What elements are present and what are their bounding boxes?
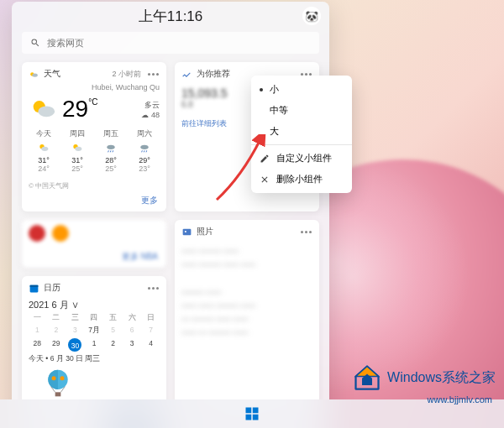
weather-widget[interactable]: 天气 2 小时前 Hubei, Wuchang Qu 29°C 多云 ☁ 48: [22, 62, 166, 211]
photos-icon: [181, 227, 192, 237]
svg-point-15: [52, 376, 56, 380]
clock: 上午11:16: [139, 7, 203, 26]
svg-point-8: [107, 145, 114, 149]
team-logo: [52, 225, 69, 242]
start-button[interactable]: [243, 405, 261, 423]
weather-location: Hubei, Wuchang Qu: [29, 83, 160, 91]
svg-point-3: [38, 106, 55, 117]
menu-small-label: 小: [270, 83, 279, 96]
calendar-month[interactable]: 2021 6 月 ∨: [22, 297, 166, 313]
bullet-icon: [260, 88, 263, 91]
sports-widget[interactable]: 更多 NBA: [22, 220, 166, 268]
svg-rect-21: [253, 408, 259, 414]
calendar-grid: 一二三四五六日 1237月567 2829301234: [22, 313, 166, 352]
svg-point-1: [32, 73, 38, 76]
menu-remove[interactable]: 删除小组件: [251, 169, 352, 190]
calendar-title: 日历: [44, 282, 60, 294]
menu-size-small[interactable]: 小: [251, 79, 352, 100]
svg-point-7: [75, 147, 81, 151]
balloon-icon: [44, 368, 72, 402]
widget-context-menu: 小 中等 大 自定义小组件 删除小组件: [251, 76, 352, 193]
svg-point-11: [185, 230, 186, 232]
team-logo: [29, 225, 45, 242]
svg-rect-13: [30, 284, 39, 286]
weather-source: © 中国天气网: [22, 178, 166, 191]
weather-unit: °C: [88, 97, 97, 123]
panel-header: 上午11:16 🐼: [12, 2, 329, 30]
photos-menu-button[interactable]: [299, 226, 312, 237]
close-icon: [260, 175, 270, 185]
calendar-menu-button[interactable]: [146, 282, 160, 294]
pencil-icon: [260, 154, 270, 164]
menu-customize-label: 自定义小组件: [276, 152, 332, 164]
widgets-panel: 上午11:16 🐼 天气 2 小时前 Hubei, Wuchang Qu 29°…: [12, 2, 329, 426]
svg-point-9: [140, 145, 148, 149]
chart-icon: [181, 69, 192, 80]
weather-menu-button[interactable]: [146, 68, 160, 80]
menu-size-medium[interactable]: 中等: [251, 100, 352, 121]
calendar-icon: [29, 283, 39, 294]
watermark-url: www.bjjmlv.com: [428, 394, 492, 405]
weather-temp: 29: [62, 96, 88, 123]
calendar-event: 今天 • 6 月 30 日 周三: [22, 352, 166, 367]
weather-icon: [29, 69, 39, 80]
watermark-logo: Windows系统之家: [352, 363, 496, 393]
weather-aqi: ☁ 48: [141, 111, 160, 119]
svg-rect-17: [55, 392, 61, 396]
photos-widget[interactable]: 照片 —— ——— ———— ——— —— ————— ———— —— ——— …: [175, 220, 319, 426]
weather-condition: 多云: [141, 100, 160, 111]
search-input[interactable]: [47, 38, 311, 48]
recommend-link[interactable]: 前往详细列表: [181, 119, 227, 128]
menu-size-large[interactable]: 大: [251, 121, 352, 142]
sports-more-link[interactable]: 更多 NBA: [22, 247, 166, 268]
weather-updated: 2 小时前: [112, 69, 141, 80]
svg-rect-23: [253, 415, 259, 420]
weather-title: 天气: [44, 68, 60, 80]
watermark-text: Windows系统之家: [387, 369, 496, 387]
svg-rect-22: [246, 415, 252, 420]
user-avatar[interactable]: 🐼: [302, 7, 321, 25]
svg-rect-20: [246, 408, 252, 414]
partly-cloudy-icon: [29, 95, 57, 123]
menu-medium-label: 中等: [270, 104, 288, 117]
photos-title: 照片: [197, 226, 213, 237]
menu-remove-label: 删除小组件: [276, 173, 323, 185]
weather-forecast: 今天31°24° 周四31°25° 周五28°25° 周六29°23°: [29, 128, 160, 173]
menu-customize[interactable]: 自定义小组件: [251, 148, 352, 169]
svg-point-5: [41, 147, 48, 151]
search-icon: [30, 38, 40, 48]
svg-rect-10: [183, 228, 192, 235]
menu-large-label: 大: [270, 125, 279, 138]
search-bar[interactable]: [22, 32, 319, 54]
weather-more-link[interactable]: 更多: [22, 191, 166, 211]
svg-point-16: [60, 376, 65, 380]
recommend-title: 为你推荐: [197, 68, 230, 80]
house-icon: [352, 363, 382, 393]
menu-divider: [251, 144, 352, 145]
